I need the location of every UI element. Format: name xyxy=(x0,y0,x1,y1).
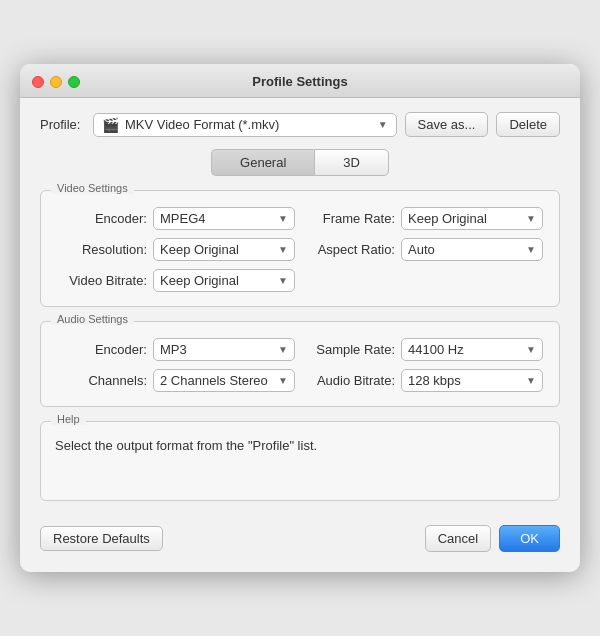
tab-bar: General 3D xyxy=(40,149,560,176)
audio-bitrate-field-row: Audio Bitrate: 128 kbps 64 kbps 192 kbps… xyxy=(305,369,543,392)
channels-label: Channels: xyxy=(57,373,147,388)
audio-bitrate-dropdown-arrow-icon: ▼ xyxy=(526,375,536,386)
cancel-button[interactable]: Cancel xyxy=(425,525,491,552)
profile-dropdown-arrow-icon: ▼ xyxy=(378,119,388,130)
profile-dropdown[interactable]: MKV Video Format (*.mkv) MP4 Video Forma… xyxy=(125,117,372,132)
frame-rate-dropdown[interactable]: Keep Original 23.976 fps 25 fps 30 fps 6… xyxy=(408,211,522,226)
profile-label: Profile: xyxy=(40,117,85,132)
aspect-ratio-field-row: Aspect Ratio: Auto 4:3 16:9 16:10 ▼ xyxy=(305,238,543,261)
channels-dropdown-arrow-icon: ▼ xyxy=(278,375,288,386)
profile-settings-window: Profile Settings Profile: 🎬 MKV Video Fo… xyxy=(20,64,580,572)
encoder-dropdown[interactable]: MPEG4 H.264 H.265 VP9 xyxy=(160,211,274,226)
video-settings-title: Video Settings xyxy=(51,182,134,194)
video-bitrate-field-row: Video Bitrate: Keep Original 512 kbps 1 … xyxy=(57,269,295,292)
bottom-bar: Restore Defaults Cancel OK xyxy=(40,515,560,556)
audio-encoder-select-wrapper[interactable]: MP3 AAC OGG FLAC ▼ xyxy=(153,338,295,361)
resolution-label: Resolution: xyxy=(57,242,147,257)
aspect-ratio-dropdown[interactable]: Auto 4:3 16:9 16:10 xyxy=(408,242,522,257)
channels-field-row: Channels: 2 Channels Stereo 1 Channel Mo… xyxy=(57,369,295,392)
video-bitrate-dropdown-arrow-icon: ▼ xyxy=(278,275,288,286)
sample-rate-dropdown-arrow-icon: ▼ xyxy=(526,344,536,355)
sample-rate-dropdown[interactable]: 44100 Hz 22050 Hz 48000 Hz xyxy=(408,342,522,357)
tab-3d[interactable]: 3D xyxy=(314,149,389,176)
audio-settings-title: Audio Settings xyxy=(51,313,134,325)
maximize-button[interactable] xyxy=(68,76,80,88)
encoder-field-row: Encoder: MPEG4 H.264 H.265 VP9 ▼ xyxy=(57,207,295,230)
help-section-title: Help xyxy=(51,413,86,425)
video-fields-grid: Encoder: MPEG4 H.264 H.265 VP9 ▼ Frame R… xyxy=(57,207,543,292)
help-section: Help Select the output format from the "… xyxy=(40,421,560,501)
channels-select-wrapper[interactable]: 2 Channels Stereo 1 Channel Mono 5.1 Sur… xyxy=(153,369,295,392)
delete-button[interactable]: Delete xyxy=(496,112,560,137)
aspect-ratio-label: Aspect Ratio: xyxy=(305,242,395,257)
frame-rate-select-wrapper[interactable]: Keep Original 23.976 fps 25 fps 30 fps 6… xyxy=(401,207,543,230)
resolution-dropdown-arrow-icon: ▼ xyxy=(278,244,288,255)
profile-format-icon: 🎬 xyxy=(102,117,119,133)
audio-encoder-field-row: Encoder: MP3 AAC OGG FLAC ▼ xyxy=(57,338,295,361)
audio-bitrate-select-wrapper[interactable]: 128 kbps 64 kbps 192 kbps 320 kbps ▼ xyxy=(401,369,543,392)
video-bitrate-label: Video Bitrate: xyxy=(57,273,147,288)
resolution-dropdown[interactable]: Keep Original 720p 1080p 4K xyxy=(160,242,274,257)
channels-dropdown[interactable]: 2 Channels Stereo 1 Channel Mono 5.1 Sur… xyxy=(160,373,274,388)
audio-fields-grid: Encoder: MP3 AAC OGG FLAC ▼ Sample Rate: xyxy=(57,338,543,392)
ok-button[interactable]: OK xyxy=(499,525,560,552)
sample-rate-select-wrapper[interactable]: 44100 Hz 22050 Hz 48000 Hz ▼ xyxy=(401,338,543,361)
resolution-select-wrapper[interactable]: Keep Original 720p 1080p 4K ▼ xyxy=(153,238,295,261)
restore-defaults-button[interactable]: Restore Defaults xyxy=(40,526,163,551)
tab-general[interactable]: General xyxy=(211,149,314,176)
help-text: Select the output format from the "Profi… xyxy=(55,438,545,453)
resolution-field-row: Resolution: Keep Original 720p 1080p 4K … xyxy=(57,238,295,261)
titlebar: Profile Settings xyxy=(20,64,580,98)
video-bitrate-dropdown[interactable]: Keep Original 512 kbps 1 Mbps 2 Mbps 4 M… xyxy=(160,273,274,288)
sample-rate-label: Sample Rate: xyxy=(305,342,395,357)
encoder-dropdown-arrow-icon: ▼ xyxy=(278,213,288,224)
frame-rate-field-row: Frame Rate: Keep Original 23.976 fps 25 … xyxy=(305,207,543,230)
minimize-button[interactable] xyxy=(50,76,62,88)
video-settings-section: Video Settings Encoder: MPEG4 H.264 H.26… xyxy=(40,190,560,307)
save-as-button[interactable]: Save as... xyxy=(405,112,489,137)
frame-rate-label: Frame Rate: xyxy=(305,211,395,226)
profile-select-wrapper[interactable]: 🎬 MKV Video Format (*.mkv) MP4 Video For… xyxy=(93,113,397,137)
audio-bitrate-label: Audio Bitrate: xyxy=(305,373,395,388)
window-title: Profile Settings xyxy=(252,74,347,89)
video-bitrate-select-wrapper[interactable]: Keep Original 512 kbps 1 Mbps 2 Mbps 4 M… xyxy=(153,269,295,292)
aspect-ratio-select-wrapper[interactable]: Auto 4:3 16:9 16:10 ▼ xyxy=(401,238,543,261)
audio-encoder-dropdown-arrow-icon: ▼ xyxy=(278,344,288,355)
audio-settings-section: Audio Settings Encoder: MP3 AAC OGG FLAC… xyxy=(40,321,560,407)
audio-encoder-label: Encoder: xyxy=(57,342,147,357)
bottom-right-buttons: Cancel OK xyxy=(425,525,560,552)
profile-row: Profile: 🎬 MKV Video Format (*.mkv) MP4 … xyxy=(40,112,560,137)
main-content: Profile: 🎬 MKV Video Format (*.mkv) MP4 … xyxy=(20,98,580,572)
aspect-ratio-dropdown-arrow-icon: ▼ xyxy=(526,244,536,255)
encoder-label: Encoder: xyxy=(57,211,147,226)
traffic-lights xyxy=(32,76,80,88)
close-button[interactable] xyxy=(32,76,44,88)
frame-rate-dropdown-arrow-icon: ▼ xyxy=(526,213,536,224)
audio-bitrate-dropdown[interactable]: 128 kbps 64 kbps 192 kbps 320 kbps xyxy=(408,373,522,388)
audio-encoder-dropdown[interactable]: MP3 AAC OGG FLAC xyxy=(160,342,274,357)
encoder-select-wrapper[interactable]: MPEG4 H.264 H.265 VP9 ▼ xyxy=(153,207,295,230)
sample-rate-field-row: Sample Rate: 44100 Hz 22050 Hz 48000 Hz … xyxy=(305,338,543,361)
